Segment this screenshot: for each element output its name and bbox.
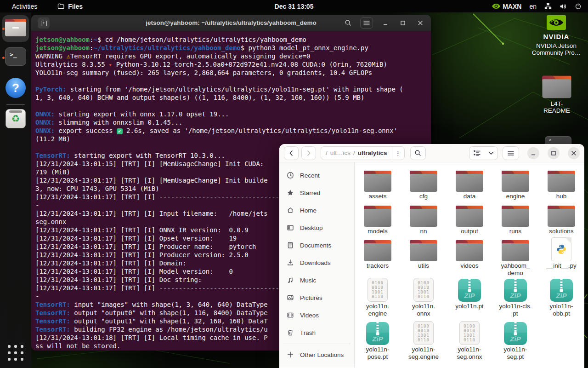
files-app-icon: [5, 19, 26, 36]
file-item-data[interactable]: data: [447, 168, 492, 203]
file-item-yolo11n-obb-pt[interactable]: ZiPyolo11n-obb.pt: [538, 278, 584, 321]
file-item-assets[interactable]: assets: [355, 168, 401, 203]
sidebar-item-other-locations[interactable]: Other Locations: [283, 346, 351, 363]
file-item-yolo11n-engine[interactable]: 0100001010010110yolo11n.engine: [355, 278, 401, 321]
sidebar-item-starred[interactable]: Starred: [283, 184, 351, 201]
sidebar-item-home[interactable]: Home: [283, 201, 351, 219]
file-item-yolo11n-seg-onnx[interactable]: 0100001010010110yolo11n-seg.onnx: [447, 321, 492, 361]
terminal-running-indicator: [2, 57, 5, 59]
file-item-runs[interactable]: runs: [492, 203, 538, 237]
file-label: hub: [556, 193, 567, 200]
terminal-minimize-button[interactable]: [380, 18, 390, 28]
sidebar-item-trash[interactable]: Trash: [283, 324, 351, 341]
files-content[interactable]: assetscfgdataenginehubmodelsnnoutputruns…: [355, 162, 584, 368]
maximize-icon: [400, 20, 406, 26]
file-item-yolo11n-seg-pt[interactable]: ZiPyolo11n-seg.pt: [492, 321, 538, 361]
file-item-models[interactable]: models: [355, 203, 401, 237]
path-bar[interactable]: / ult…ics / ultralytics ⋮: [321, 146, 405, 160]
terminal-search-button[interactable]: [343, 18, 353, 28]
file-label: yolo11n.engine: [366, 303, 389, 317]
file-label: trackers: [367, 262, 389, 270]
file-item-utils[interactable]: utils: [401, 237, 447, 278]
app-grid-button[interactable]: [8, 345, 23, 361]
terminal-line: [35, 102, 431, 110]
folder-icon: [502, 240, 529, 261]
view-options-dropdown[interactable]: [485, 147, 498, 160]
focused-app-menu[interactable]: Files: [57, 3, 83, 10]
terminal-line: [35, 77, 431, 85]
minimize-icon: [531, 150, 536, 156]
files-minimize-button[interactable]: [527, 147, 539, 159]
files-maximize-button[interactable]: [548, 147, 560, 159]
network-icon: [544, 3, 552, 10]
file-item-nn[interactable]: nn: [401, 203, 447, 237]
new-tab-button[interactable]: +: [38, 17, 50, 29]
breadcrumb-parent[interactable]: ult…ics: [330, 150, 351, 156]
folder-icon: [548, 206, 575, 227]
file-item-hub[interactable]: hub: [538, 168, 584, 203]
terminal-line: ONNX: starting export with onnx 1.17.0 o…: [35, 110, 431, 118]
folder-icon: [548, 171, 575, 192]
file-item-yolo11n-seg-engine[interactable]: 0100001010010110yolo11n-seg.engine: [401, 321, 447, 361]
file-item-yolo11n-pt[interactable]: ZiPyolo11n.pt: [447, 278, 492, 321]
chevron-down-icon: [488, 151, 494, 155]
nvidia-logo-icon: [547, 15, 566, 30]
files-window: / ult…ics / ultralytics ⋮: [279, 144, 584, 368]
dock-item-trash[interactable]: ♻: [6, 109, 26, 128]
binary-file-icon: 0100001010010110: [413, 321, 434, 345]
files-header[interactable]: / ult…ics / ultralytics ⋮: [279, 144, 584, 162]
list-view-icon: [474, 150, 481, 156]
desktop-icon-nvidia-jetson[interactable]: NVIDIA NVIDIA Jetson Community Pro…: [531, 15, 582, 56]
list-view-button[interactable]: [469, 147, 485, 160]
file-label: yolo11n-seg.pt: [504, 346, 527, 361]
files-menu-button[interactable]: [503, 146, 519, 160]
breadcrumb-current[interactable]: ultralytics: [358, 150, 387, 156]
sidebar-item-recent[interactable]: Recent: [283, 167, 351, 184]
maximize-icon: [551, 150, 556, 156]
file-item-engine[interactable]: engine: [492, 168, 538, 203]
desktop-icon-terminal-shortcut[interactable]: >: [545, 136, 571, 144]
desktop-icon-l4t-readme[interactable]: L4T-README: [538, 76, 575, 114]
file-item-yahboom-demo[interactable]: yahboom_demo: [492, 237, 538, 278]
desktop-icon: [287, 224, 294, 231]
dock-item-terminal[interactable]: >_: [5, 47, 26, 66]
file-item-solutions[interactable]: solutions: [538, 203, 584, 237]
terminal-maximize-button[interactable]: [398, 18, 408, 28]
file-item-videos[interactable]: videos: [447, 237, 492, 278]
clock-button[interactable]: Dec 31 13:05: [275, 3, 314, 10]
focused-app-name: Files: [68, 3, 83, 10]
file-item-init-py[interactable]: __init__.py: [538, 237, 584, 278]
file-item-yolo11n-cls-pt[interactable]: ZiPyolo11n-cls.pt: [492, 278, 538, 321]
terminal-close-button[interactable]: [415, 18, 425, 28]
back-button[interactable]: [284, 146, 299, 160]
files-search-button[interactable]: [410, 146, 426, 160]
sidebar-item-documents[interactable]: Documents: [283, 236, 351, 254]
activities-button[interactable]: Activities: [9, 2, 40, 11]
forward-button[interactable]: [301, 146, 316, 160]
path-options-button[interactable]: ⋮: [392, 150, 404, 157]
folder-icon: [410, 206, 437, 227]
file-item-yolo11n-onnx[interactable]: 0100001010010110yolo11n.onnx: [401, 278, 447, 321]
terminal-line: ONNX: export success ✔ 2.6s, saved as '/…: [35, 126, 431, 135]
desktop: NVIDIA NVIDIA Jetson Community Pro… L4T-…: [0, 0, 588, 368]
files-close-button[interactable]: [568, 147, 580, 159]
terminal-header[interactable]: + jetson@yahboom: ~/ultralytics/ultralyt…: [31, 15, 431, 31]
close-icon: [418, 20, 423, 26]
file-item-trackers[interactable]: trackers: [355, 237, 401, 278]
search-icon: [345, 19, 351, 26]
sidebar-item-downloads[interactable]: Downloads: [283, 254, 351, 271]
dock-item-files[interactable]: [5, 19, 26, 36]
sidebar-divider: [283, 344, 351, 344]
sidebar-item-pictures[interactable]: Pictures: [283, 289, 351, 306]
sidebar-item-videos[interactable]: Videos: [283, 306, 351, 324]
file-item-yolo11n-pose-pt[interactable]: ZiPyolo11n-pose.pt: [355, 321, 401, 361]
sidebar-item-desktop[interactable]: Desktop: [283, 219, 351, 236]
picture-icon: [287, 294, 294, 301]
sidebar-item-music[interactable]: Music: [283, 271, 351, 289]
terminal-menu-button[interactable]: [360, 17, 373, 29]
dock-item-help[interactable]: ?: [6, 78, 26, 98]
zip-archive-icon: ZiP: [504, 322, 527, 345]
system-status-area[interactable]: MAXN en: [492, 3, 582, 10]
file-item-output[interactable]: output: [447, 203, 492, 237]
file-item-cfg[interactable]: cfg: [401, 168, 447, 203]
